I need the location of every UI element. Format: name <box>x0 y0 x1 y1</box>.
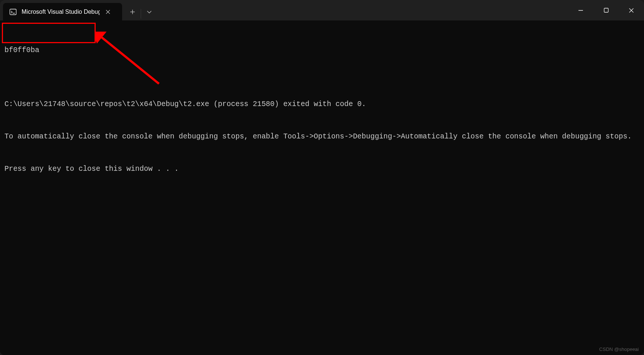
svg-rect-7 <box>604 8 608 12</box>
minimize-button[interactable] <box>568 0 593 20</box>
output-line-1: bf0ff0ba <box>4 45 640 56</box>
titlebar: Microsoft Visual Studio Debug <box>0 0 644 20</box>
maximize-button[interactable] <box>593 0 619 20</box>
new-tab-button[interactable] <box>124 3 141 20</box>
tab-actions <box>124 0 157 20</box>
output-line-exit: C:\Users\21748\source\repos\t2\x64\Debug… <box>4 99 640 110</box>
window-controls <box>568 0 644 20</box>
terminal-icon <box>9 8 17 16</box>
tab-dropdown-button[interactable] <box>141 3 157 20</box>
tab-close-button[interactable] <box>104 8 112 16</box>
output-line-press-key: Press any key to close this window . . . <box>4 164 640 175</box>
tab-title: Microsoft Visual Studio Debug <box>22 9 100 15</box>
terminal-output[interactable]: bf0ff0ba C:\Users\21748\source\repos\t2\… <box>0 20 644 355</box>
output-line-hint: To automatically close the console when … <box>4 131 640 142</box>
watermark: CSDN @shopeeai <box>599 346 639 352</box>
terminal-window: Microsoft Visual Studio Debug <box>0 0 644 355</box>
close-window-button[interactable] <box>619 0 644 20</box>
svg-rect-0 <box>10 9 16 15</box>
tab-debug-console[interactable]: Microsoft Visual Studio Debug <box>3 3 122 20</box>
